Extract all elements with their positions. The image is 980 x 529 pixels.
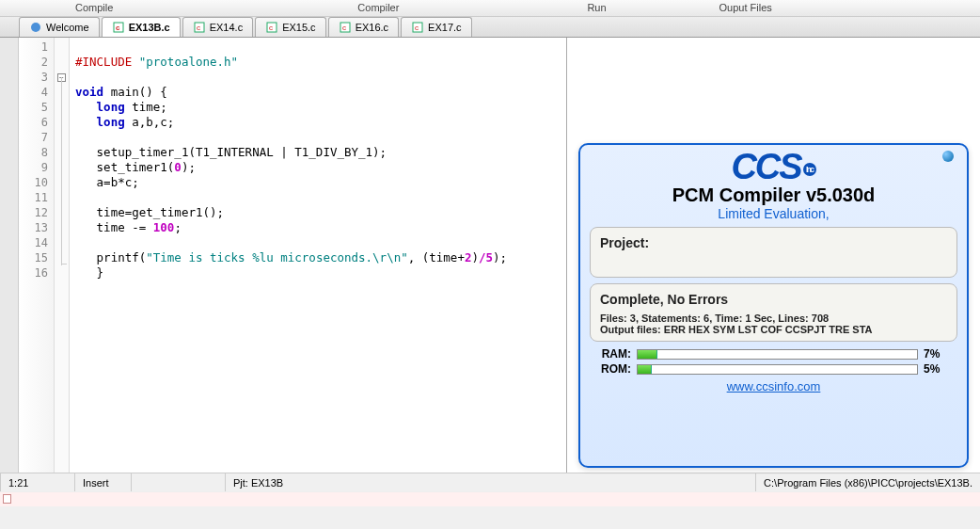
code-token: } xyxy=(75,265,103,280)
c-file-icon: c xyxy=(265,21,278,34)
code-token: ); xyxy=(493,250,507,264)
line-number-gutter: 1 2 3 4 5 6 7 8 9 10 11 12 13 14 15 16 xyxy=(19,38,55,473)
code-token: "Time is ticks %lu microseconds.\r\n" xyxy=(146,250,407,264)
svg-text:c: c xyxy=(342,24,346,32)
status-cursor-position: 1:21 xyxy=(0,473,75,491)
ram-percent: 7% xyxy=(924,347,952,361)
c-file-icon: c xyxy=(193,21,206,34)
top-menu-bar: Compile Compiler Run Ouput Files xyxy=(0,0,980,17)
rom-label: ROM: xyxy=(595,362,631,376)
code-token: time; xyxy=(125,100,167,114)
code-token: / xyxy=(479,250,486,264)
status-insert-mode[interactable]: Insert xyxy=(75,473,132,491)
code-token: ) xyxy=(471,250,479,264)
code-token: #INCLUDE xyxy=(75,55,132,69)
memory-meters: RAM: 7% ROM: 5% xyxy=(590,347,957,376)
status-file-path: C:\Program Files (x86)\PICC\projects\EX1… xyxy=(756,473,980,491)
message-indicator-icon[interactable] xyxy=(3,494,11,504)
tab-ex15[interactable]: c EX15.c xyxy=(255,17,325,37)
c-file-icon: c xyxy=(411,21,424,34)
code-token: a,b,c; xyxy=(125,115,175,129)
status-spacer xyxy=(132,473,226,491)
rom-percent: 5% xyxy=(924,362,952,376)
code-token: long xyxy=(97,115,125,129)
code-token: time=get_timer1(); xyxy=(75,205,224,219)
code-token: void xyxy=(75,85,103,99)
ccsinfo-link[interactable]: www.ccsinfo.com xyxy=(727,379,821,393)
left-rail xyxy=(0,38,19,473)
compile-stats-line: Files: 3, Statements: 6, Time: 1 Sec, Li… xyxy=(600,313,829,324)
tab-ex13b[interactable]: c EX13B.c xyxy=(102,17,181,37)
popup-link-row: www.ccsinfo.com xyxy=(590,379,957,393)
popup-title: PCM Compiler v5.030d xyxy=(590,184,957,206)
tab-label: EX14.c xyxy=(210,22,243,33)
code-token: setup_timer_1(T1_INTERNAL | T1_DIV_BY_1)… xyxy=(75,145,387,159)
code-token: 100 xyxy=(153,220,175,234)
code-token: long xyxy=(97,100,125,114)
ram-meter xyxy=(637,349,918,360)
editor-tabs: Welcome c EX13B.c c EX14.c c EX15.c c EX… xyxy=(0,17,980,38)
rom-meter xyxy=(637,364,918,375)
code-token: set_timer1( xyxy=(75,160,174,174)
svg-text:c: c xyxy=(197,24,200,32)
svg-text:c: c xyxy=(269,24,273,32)
svg-point-0 xyxy=(31,23,40,32)
tab-label: EX13B.c xyxy=(129,22,170,33)
project-label: Project: xyxy=(600,235,649,250)
menu-compile[interactable]: Compile xyxy=(56,0,132,16)
menu-output-files[interactable]: Ouput Files xyxy=(701,0,791,16)
svg-text:c: c xyxy=(116,24,120,32)
logo-text: CCS xyxy=(731,147,800,186)
c-file-icon: c xyxy=(339,21,352,34)
tab-ex14[interactable]: c EX14.c xyxy=(182,17,253,37)
tab-label: EX16.c xyxy=(356,22,388,33)
compile-output-line: Output files: ERR HEX SYM LST COF CCSPJT… xyxy=(600,324,872,335)
tab-ex16[interactable]: c EX16.c xyxy=(328,17,399,37)
code-token: a=b*c; xyxy=(75,175,139,189)
code-token: "protoalone.h" xyxy=(139,55,238,69)
project-panel: Project: xyxy=(590,227,957,278)
ram-label: RAM: xyxy=(595,347,631,361)
bottom-strip xyxy=(0,491,980,506)
menu-run[interactable]: Run xyxy=(568,0,624,16)
popup-subtitle: Limited Evaluation, xyxy=(590,206,957,221)
code-token: ; xyxy=(174,220,182,234)
status-bar: 1:21 Insert Pjt: EX13B C:\Program Files … xyxy=(0,473,980,491)
tab-welcome[interactable]: Welcome xyxy=(19,17,100,37)
tab-label: EX17.c xyxy=(428,22,461,33)
menu-compiler[interactable]: Compiler xyxy=(339,0,418,16)
pin-icon[interactable] xyxy=(942,151,954,162)
code-token: time -= xyxy=(75,220,153,234)
tab-label: EX15.c xyxy=(282,22,315,33)
fold-gutter[interactable]: − xyxy=(55,38,70,473)
code-token: 0 xyxy=(174,160,182,174)
code-token: 5 xyxy=(486,250,494,264)
code-token: printf( xyxy=(75,250,146,264)
compiler-result-popup: CCSInc PCM Compiler v5.030d Limited Eval… xyxy=(578,143,969,468)
compile-status-title: Complete, No Errors xyxy=(600,292,947,307)
code-token: , (time+ xyxy=(408,250,465,264)
logo-inc-badge: Inc xyxy=(803,163,816,176)
svg-text:c: c xyxy=(415,24,419,32)
tab-label: Welcome xyxy=(46,22,89,33)
status-panel: Complete, No Errors Files: 3, Statements… xyxy=(590,283,957,342)
ccs-logo: CCSInc xyxy=(590,151,957,183)
tab-ex17[interactable]: c EX17.c xyxy=(401,17,471,37)
status-project: Pjt: EX13B xyxy=(226,473,756,491)
code-token: ); xyxy=(182,160,196,174)
welcome-icon xyxy=(29,21,42,34)
code-token: main() { xyxy=(103,85,167,99)
c-file-icon: c xyxy=(112,21,125,34)
